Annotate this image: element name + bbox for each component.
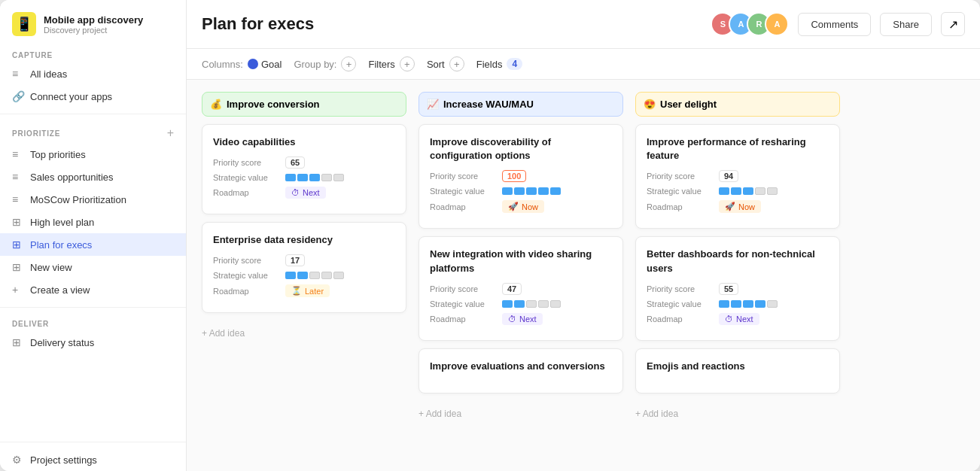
fields-count-badge: 4 [507, 58, 522, 70]
app-logo: 📱 [12, 12, 36, 36]
star-4 [321, 272, 332, 279]
add-idea-col0[interactable]: + Add idea [202, 324, 406, 343]
roadmap-label: Roadmap [430, 202, 498, 211]
priority-label: Priority score [647, 284, 714, 293]
col-emoji: 💰 [210, 99, 222, 110]
sidebar-item-label: High level plan [30, 217, 94, 228]
col-emoji: 📈 [427, 99, 439, 110]
roadmap-label: Roadmap [213, 287, 281, 296]
star-3 [743, 300, 753, 308]
col-title: User delight [660, 99, 717, 110]
sidebar-item-label: New view [30, 262, 72, 273]
card-title: Emojis and reactions [647, 360, 829, 373]
sidebar-item-all-ideas[interactable]: ≡ All ideas [0, 62, 186, 85]
star-5 [550, 187, 561, 195]
roadmap-badge: ⏱ Next [502, 313, 543, 325]
card-field-roadmap: Roadmap 🚀 Now [647, 200, 829, 213]
roadmap-value: Next [519, 315, 537, 324]
card-field-priority: Priority score 100 [430, 170, 612, 182]
roadmap-label: Roadmap [647, 315, 714, 324]
card-better-dashboards: Better dashboards for non-technical user… [635, 236, 840, 340]
sidebar-item-top-priorities[interactable]: ≡ Top priorities [0, 143, 186, 166]
card-field-strategic: Strategic value [647, 187, 829, 196]
filters-plus-icon[interactable]: + [400, 56, 415, 71]
sidebar-item-label: Project settings [30, 454, 97, 466]
add-idea-label: + Add idea [202, 328, 245, 339]
roadmap-badge: 🚀 Now [502, 200, 544, 213]
card-title: Improve discoverability of configuration… [430, 135, 612, 163]
card-enterprise-data: Enterprise data residency Priority score… [202, 222, 406, 313]
sidebar-item-new-view[interactable]: ⊞ New view [0, 256, 186, 278]
card-emojis-reactions: Emojis and reactions [635, 348, 840, 394]
card-title: Enterprise data residency [213, 233, 395, 247]
card-video-capabilities: Video capabilities Priority score 65 Str… [202, 124, 406, 214]
card-improve-discoverability: Improve discoverability of configuration… [418, 124, 623, 229]
sort-button[interactable]: Sort + [427, 56, 464, 71]
strategic-label: Strategic value [213, 173, 281, 182]
star-2 [514, 300, 525, 308]
avatar-a2: A [765, 12, 789, 36]
group-by-plus-icon[interactable]: + [341, 56, 356, 71]
roadmap-badge: ⏱ Next [719, 313, 759, 325]
strategic-label: Strategic value [647, 187, 714, 196]
card-title: Video capabilities [213, 135, 395, 149]
sidebar-item-connect-apps[interactable]: 🔗 Connect your apps [0, 85, 186, 108]
star-1 [502, 300, 513, 308]
sidebar-title-block: Mobile app discovery Discovery project [44, 14, 143, 35]
filters-button[interactable]: Filters + [368, 56, 414, 71]
kanban-board: 💰 Improve conversion Video capabilities … [187, 80, 980, 471]
card-improve-performance: Improve performance of resharing feature… [635, 124, 840, 229]
add-prioritize-icon[interactable]: + [167, 126, 174, 140]
star-1 [285, 174, 296, 181]
col-title: Increase WAU/MAU [443, 99, 534, 110]
card-title: Better dashboards for non-technical user… [647, 248, 829, 275]
strategic-label: Strategic value [647, 299, 714, 308]
list-icon: ≡ [12, 68, 24, 80]
expand-icon: ↗ [948, 17, 958, 32]
star-3 [526, 187, 537, 195]
group-by-label: Group by: [294, 59, 336, 70]
plus-icon: + [12, 284, 24, 296]
sidebar-item-plan-for-execs[interactable]: ⊞ Plan for execs [0, 233, 186, 256]
sidebar-item-delivery-status[interactable]: ⊞ Delivery status [0, 331, 186, 354]
sidebar: 📱 Mobile app discovery Discovery project… [0, 0, 187, 471]
deliver-section-label: DELIVER [0, 314, 186, 331]
prioritize-section-header: PRIORITIZE + [0, 120, 186, 143]
strategic-value-stars [285, 272, 344, 279]
roadmap-value: Now [738, 202, 755, 211]
sidebar-item-sales-opportunities[interactable]: ≡ Sales opportunities [0, 166, 186, 188]
strategic-label: Strategic value [430, 187, 498, 196]
avatars-group: S A R A [711, 12, 789, 36]
card-field-priority: Priority score 17 [213, 254, 395, 266]
fields-button[interactable]: Fields 4 [476, 58, 522, 70]
comments-button[interactable]: Comments [798, 13, 871, 36]
sidebar-header: 📱 Mobile app discovery Discovery project [0, 0, 186, 45]
roadmap-label: Roadmap [647, 202, 714, 211]
share-button[interactable]: Share [880, 13, 932, 36]
sidebar-item-create-view[interactable]: + Create a view [0, 278, 186, 301]
star-5 [767, 300, 778, 308]
strategic-value-stars [502, 187, 561, 195]
sidebar-bottom: ⚙ Project settings [0, 436, 186, 471]
divider-2 [0, 307, 186, 308]
star-5 [767, 187, 778, 195]
add-idea-col2[interactable]: + Add idea [635, 404, 840, 424]
sort-plus-icon[interactable]: + [449, 56, 464, 71]
roadmap-label: Roadmap [430, 315, 498, 324]
card-field-roadmap: Roadmap ⏱ Next [213, 187, 395, 199]
card-new-integration: New integration with video sharing platf… [418, 236, 623, 340]
add-idea-col1[interactable]: + Add idea [418, 404, 623, 424]
group-by-selector[interactable]: Group by: + [294, 56, 356, 71]
sidebar-item-high-level-plan[interactable]: ⊞ High level plan [0, 211, 186, 233]
columns-label: Columns: [202, 59, 243, 70]
gear-icon: ⚙ [12, 454, 24, 466]
card-title: Improve evaluations and conversions [430, 360, 612, 373]
sidebar-item-moscow[interactable]: ≡ MoSCow Prioritization [0, 188, 186, 211]
sidebar-item-project-settings[interactable]: ⚙ Project settings [0, 448, 186, 471]
sidebar-item-label: Sales opportunities [30, 172, 114, 183]
divider-3 [0, 442, 186, 442]
star-2 [297, 272, 308, 279]
col-header-user-delight: 😍 User delight [635, 92, 840, 117]
expand-button[interactable]: ↗ [941, 12, 965, 36]
columns-selector[interactable]: Columns: Goal [202, 59, 282, 70]
